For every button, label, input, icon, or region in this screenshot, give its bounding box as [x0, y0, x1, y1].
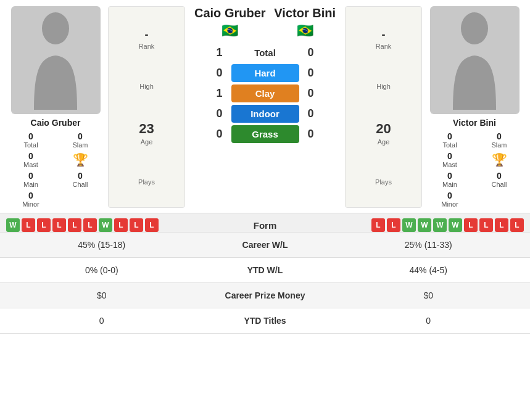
- right-stat-minor: 0 Minor: [425, 191, 474, 208]
- left-age-item: 23 Age: [114, 121, 180, 146]
- left-stat-main: 0 Main: [6, 171, 56, 188]
- ytd-titles-row: 0 YTD Titles 0: [0, 308, 530, 334]
- form-badge-left: L: [52, 218, 66, 232]
- badge-total: Total: [231, 44, 299, 62]
- left-stat-mast: 0 Mast: [6, 151, 56, 168]
- left-player-avatar: [11, 6, 101, 114]
- form-badge-left: L: [83, 218, 97, 232]
- score-row-total: 1 Total 0: [188, 44, 342, 62]
- left-stat-minor: 0 Minor: [6, 191, 56, 208]
- form-badge-left: L: [68, 218, 81, 232]
- form-badge-right: W: [433, 218, 447, 232]
- right-stats-card: - Rank High 20 Age Plays: [345, 6, 422, 208]
- right-player-avatar: [430, 6, 520, 114]
- form-badge-right: W: [402, 218, 416, 232]
- right-stat-total: 0 Total: [425, 131, 474, 149]
- left-stat-chall2: 0 Chall: [56, 171, 105, 188]
- score-row-indoor: 0 Indoor 0: [188, 105, 342, 123]
- top-section: Caio Gruber 0 Total 0 Slam 0 Mast 🏆 0 Ma…: [0, 0, 530, 208]
- left-plays-item: Plays: [114, 177, 180, 186]
- score-rows: 1 Total 0 0 Hard 0 1 Clay 0 0: [188, 44, 342, 143]
- right-name-center: Victor Bini 🇧🇷: [274, 6, 336, 39]
- right-stat-chall2: 0 Chall: [474, 171, 524, 188]
- form-badge-right: L: [464, 218, 478, 232]
- left-form-badges: WLLLLLWLLL: [6, 218, 228, 232]
- right-plays-item: Plays: [350, 177, 416, 186]
- right-player-name: Victor Bini: [453, 118, 496, 128]
- badge-grass: Grass: [231, 125, 299, 143]
- form-badge-left: L: [37, 218, 51, 232]
- center-column: Caio Gruber 🇧🇷 Victor Bini 🇧🇷 1 Total 0: [188, 6, 342, 208]
- form-badge-right: L: [479, 218, 493, 232]
- form-badge-right: L: [387, 218, 400, 232]
- form-badge-right: W: [449, 218, 462, 232]
- right-age-item: 20 Age: [350, 121, 416, 146]
- right-stat-mast: 0 Mast: [425, 151, 474, 168]
- content-rows: 45% (15-18) Career W/L 25% (11-33) 0% (0…: [0, 233, 530, 334]
- career-wl-row: 45% (15-18) Career W/L 25% (11-33): [0, 233, 530, 258]
- score-row-hard: 0 Hard 0: [188, 64, 342, 82]
- form-badge-left: L: [145, 218, 159, 232]
- form-label: Form: [228, 220, 302, 231]
- form-section: WLLLLLWLLL Form LLWWWWLLLL: [0, 213, 530, 233]
- svg-point-1: [461, 12, 488, 44]
- left-stat-slam: 0 Slam: [56, 131, 105, 149]
- form-badge-right: L: [371, 218, 385, 232]
- left-name-center: Caio Gruber 🇧🇷: [194, 6, 266, 39]
- left-rank-item: - Rank: [114, 28, 180, 50]
- left-player-stats: 0 Total 0 Slam 0 Mast 🏆 0 Main 0 Chall 0…: [6, 131, 105, 208]
- right-form-badges: LLWWWWLLLL: [302, 218, 524, 232]
- player-names-row: Caio Gruber 🇧🇷 Victor Bini 🇧🇷: [188, 6, 342, 39]
- form-badge-left: W: [6, 218, 20, 232]
- right-player-card: Victor Bini 0 Total 0 Slam 0 Mast 🏆 0 Ma…: [425, 6, 524, 208]
- ytd-wl-row: 0% (0-0) YTD W/L 44% (4-5): [0, 258, 530, 283]
- right-player-stats: 0 Total 0 Slam 0 Mast 🏆 0 Main 0 Chall 0…: [425, 131, 524, 208]
- badge-indoor: Indoor: [231, 105, 299, 123]
- main-container: Caio Gruber 0 Total 0 Slam 0 Mast 🏆 0 Ma…: [0, 0, 530, 334]
- left-player-name: Caio Gruber: [31, 118, 81, 128]
- badge-hard: Hard: [231, 64, 299, 82]
- form-badge-right: W: [418, 218, 431, 232]
- right-stat-slam: 0 Slam: [474, 131, 524, 149]
- career-prize-row: $0 Career Prize Money $0: [0, 283, 530, 308]
- badge-clay: Clay: [231, 84, 299, 102]
- form-badge-left: L: [114, 218, 128, 232]
- left-high-item: High: [114, 81, 180, 90]
- form-badge-left: L: [130, 218, 143, 232]
- left-trophy: 🏆: [56, 151, 105, 168]
- form-badge-right: L: [495, 218, 508, 232]
- score-row-grass: 0 Grass 0: [188, 125, 342, 143]
- form-badge-left: L: [22, 218, 35, 232]
- right-trophy: 🏆: [474, 151, 524, 168]
- right-stat-main: 0 Main: [425, 171, 474, 188]
- left-stat-total: 0 Total: [6, 131, 56, 149]
- form-badge-left: W: [99, 218, 112, 232]
- right-rank-item: - Rank: [350, 28, 416, 50]
- score-row-clay: 1 Clay 0: [188, 84, 342, 102]
- right-high-item: High: [350, 81, 416, 90]
- svg-point-0: [42, 12, 69, 44]
- form-badge-right: L: [510, 218, 524, 232]
- left-stats-card: - Rank High 23 Age Plays: [108, 6, 185, 208]
- left-player-card: Caio Gruber 0 Total 0 Slam 0 Mast 🏆 0 Ma…: [6, 6, 105, 208]
